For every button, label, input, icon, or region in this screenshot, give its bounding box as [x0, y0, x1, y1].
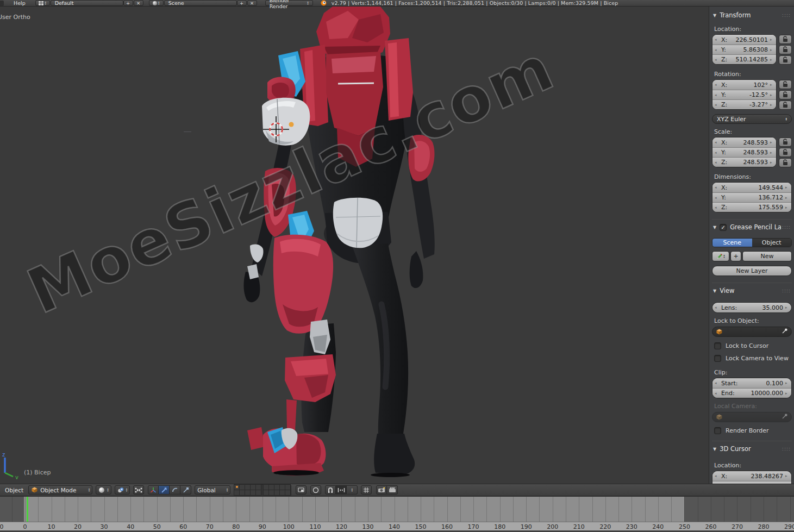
shading-dropdown[interactable]: ▴▾: [96, 485, 111, 495]
scene-lock-button[interactable]: [296, 485, 307, 495]
menu-object[interactable]: Object: [0, 487, 28, 493]
mode-dropdown[interactable]: Object Mode ▴▾: [28, 485, 92, 495]
proportional-circle-icon: [312, 487, 319, 493]
clip-start-field[interactable]: ◂Start:0.100▸: [712, 378, 791, 388]
location-z-field[interactable]: ◂Z:510.14285▸: [712, 54, 776, 64]
drag-dots-icon[interactable]: ::::: [782, 12, 791, 18]
add-grease-pencil-button[interactable]: +: [730, 251, 741, 261]
unlock-icon: [783, 149, 788, 155]
scene-name-field[interactable]: Scene: [164, 0, 237, 6]
local-camera-field[interactable]: [712, 412, 792, 422]
snap-element-button[interactable]: [336, 485, 347, 495]
magnet-icon: [327, 487, 334, 493]
frame-label: 60: [179, 523, 187, 530]
lock-to-cursor-row[interactable]: Lock to Cursor: [714, 342, 791, 349]
timeline-ruler[interactable]: -100102030405060708090100110120130140150…: [0, 522, 794, 531]
rotation-z-field[interactable]: ◂Z:-3.27°▸: [712, 99, 776, 109]
snap-element-arrows[interactable]: ▴▾: [347, 485, 358, 495]
chevron-up-down-icon: ▴▾: [158, 1, 160, 5]
pivot-align-toggle-button[interactable]: [133, 485, 144, 495]
lock-location-z-button[interactable]: [779, 55, 792, 65]
manipulator-scale-button[interactable]: [180, 485, 191, 495]
lock-camera-checkbox[interactable]: [714, 355, 721, 362]
layer-button-10[interactable]: [255, 490, 261, 496]
axes-icon: [150, 487, 157, 493]
snap-toggle-button[interactable]: [325, 485, 336, 495]
menu-help[interactable]: Help: [9, 0, 30, 7]
transform-panel-header[interactable]: ▼ Transform ::::: [713, 11, 791, 20]
lock-to-cursor-checkbox[interactable]: [714, 342, 721, 349]
location-x-field[interactable]: ◂X:226.50101▸: [712, 35, 776, 45]
lock-camera-row[interactable]: Lock Camera to View: [714, 355, 791, 362]
eyedropper-icon[interactable]: [782, 328, 788, 336]
drag-dots-icon[interactable]: ::::: [782, 446, 791, 452]
current-frame-playhead[interactable]: [27, 497, 28, 522]
lock-rotation-z-button[interactable]: [779, 101, 792, 110]
add-layout-button[interactable]: +: [123, 0, 133, 6]
grease-pencil-checkbox[interactable]: ✓: [720, 224, 727, 231]
render-border-checkbox[interactable]: [714, 427, 721, 434]
rotation-mode-dropdown[interactable]: XYZ Euler ▴▾: [712, 114, 792, 124]
lock-scale-x-button[interactable]: [779, 137, 792, 147]
lock-location-x-button[interactable]: [779, 35, 792, 44]
clip-end-field[interactable]: ◂End:10000.000▸: [712, 388, 791, 398]
lock-scale-y-button[interactable]: [779, 148, 792, 157]
manipulator-axes-button[interactable]: [148, 485, 159, 495]
grease-pencil-brush-dropdown[interactable]: ▴▾: [712, 251, 729, 261]
dimensions-z-field[interactable]: ◂Z:175.559▸: [712, 202, 791, 212]
close-scene-button[interactable]: ✕: [247, 0, 257, 6]
manipulator-rotate-button[interactable]: [170, 485, 180, 495]
drag-dots-icon[interactable]: ::::: [782, 224, 791, 230]
frame-label: 30: [101, 523, 108, 530]
grease-pencil-panel-header[interactable]: ▼ ✓ Grease Pencil Layers ::::: [713, 223, 791, 231]
layer-button-20[interactable]: [285, 490, 291, 496]
drag-dots-icon[interactable]: ::::: [782, 288, 791, 293]
view-panel-header[interactable]: ▼ View ::::: [713, 286, 791, 295]
lock-rotation-y-button[interactable]: [779, 90, 792, 99]
scene-selector[interactable]: ▴▾: [149, 0, 164, 6]
scale-z-field[interactable]: ◂Z:248.593▸: [712, 157, 776, 167]
render-border-row[interactable]: Render Border: [714, 427, 791, 434]
dimensions-y-field[interactable]: ◂Y:136.712▸: [712, 192, 791, 202]
new-layer-button[interactable]: New Layer: [712, 266, 792, 276]
collapse-triangle-icon: ▼: [713, 225, 716, 230]
scale-x-field[interactable]: ◂X:248.593▸: [712, 137, 776, 147]
render-engine-dropdown[interactable]: Blender Render ▴▾: [265, 0, 313, 6]
opengl-render-image-button[interactable]: [376, 485, 387, 495]
grease-pencil-new-button[interactable]: New: [742, 251, 792, 261]
proportional-edit-dropdown[interactable]: [310, 485, 321, 495]
manipulator-translate-button[interactable]: [159, 485, 170, 495]
lock-rotation-x-button[interactable]: [779, 80, 792, 89]
lock-scale-z-button[interactable]: [779, 158, 792, 167]
scene-icon: [153, 1, 157, 5]
layer-grid-2: [264, 485, 291, 496]
orientation-dropdown[interactable]: Global ▴▾: [195, 485, 230, 495]
dimensions-x-field[interactable]: ◂X:149.544▸: [712, 183, 791, 192]
snap-target-button[interactable]: [361, 485, 372, 495]
tab-scene[interactable]: Scene: [712, 239, 752, 247]
lock-camera-label: Lock Camera to View: [726, 355, 789, 362]
lock-to-object-field[interactable]: [712, 327, 792, 337]
lock-to-cursor-label: Lock to Cursor: [726, 342, 768, 349]
tab-object[interactable]: Object: [752, 239, 792, 247]
rotation-x-field[interactable]: ◂X:102°▸: [712, 80, 776, 90]
frame-label: 130: [362, 523, 373, 530]
add-scene-button[interactable]: +: [237, 0, 247, 6]
lens-field[interactable]: ◂Lens:35.000▸: [712, 303, 791, 312]
close-layout-button[interactable]: ✕: [134, 0, 143, 6]
screen-layout-selector[interactable]: ▴▾: [35, 0, 50, 6]
cursor-panel-header[interactable]: ▼ 3D Cursor ::::: [713, 445, 791, 453]
pivot-dropdown[interactable]: ▴▾: [115, 485, 130, 495]
lock-location-y-button[interactable]: [779, 45, 792, 54]
editor-type-icon[interactable]: [0, 1, 4, 6]
layout-name-field[interactable]: Default: [51, 0, 123, 6]
scale-y-field[interactable]: ◂Y:248.593▸: [712, 147, 776, 157]
cursor-x-field[interactable]: ◂X:238.48267▸: [712, 471, 791, 481]
opengl-render-animation-button[interactable]: [387, 485, 398, 495]
frame-label: 10: [48, 523, 55, 530]
viewport-3d[interactable]: User Ortho MoeSizzlac.com: [0, 7, 794, 484]
rotation-y-field[interactable]: ◂Y:-12.5°▸: [712, 90, 776, 99]
location-y-field[interactable]: ◂Y:5.86308▸: [712, 45, 776, 54]
eyedropper-icon[interactable]: [782, 413, 788, 421]
timeline[interactable]: -100102030405060708090100110120130140150…: [0, 496, 794, 532]
